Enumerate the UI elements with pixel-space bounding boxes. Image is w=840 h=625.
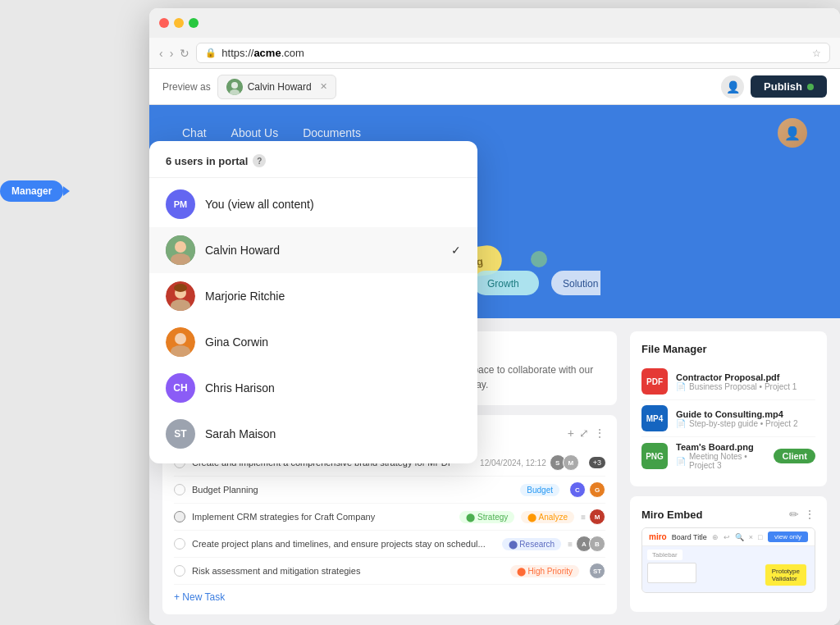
file-name: Team's Board.png [676, 442, 765, 452]
table-row: Risk assessment and mitigation strategie… [174, 558, 605, 585]
url-text: https://acme.com [221, 47, 304, 59]
browser-window: ‹ › ↻ 🔒 https://acme.com ☆ Preview as Ca… [149, 8, 840, 625]
task-tag-strategy: ⬤ Strategy [459, 511, 514, 523]
dropdown-item-gina[interactable]: Gina Corwin [149, 319, 477, 365]
assignee-avatar: ST [589, 563, 605, 579]
toolbar: Preview as Calvin Howard ✕ 👤 Publish [149, 69, 840, 105]
account-icon[interactable]: 👤 [721, 75, 744, 98]
task-expand-icon[interactable]: ⤢ [579, 427, 589, 440]
user-name-calvin: Calvin Howard [205, 244, 441, 257]
back-button[interactable]: ‹ [159, 47, 163, 60]
help-icon[interactable]: ? [253, 154, 266, 167]
file-meta-text: Step-by-step guide • Project 2 [689, 419, 797, 428]
file-info: Team's Board.png 📄 Meeting Notes • Proje… [676, 442, 765, 470]
task-name: Risk assessment and mitigation strategie… [192, 566, 504, 576]
assignee-avatar: M [563, 454, 579, 471]
file-name: Guide to Consulting.mp4 [676, 409, 815, 419]
miro-label: Tablebar [647, 550, 682, 560]
publish-button[interactable]: Publish [751, 75, 827, 98]
hero-user-avatar[interactable]: 👤 [778, 118, 807, 148]
svg-point-22 [531, 251, 547, 267]
close-button[interactable] [159, 18, 169, 28]
file-meta-text: Business Proposal • Project 1 [689, 382, 797, 391]
client-badge: Client [774, 449, 815, 463]
new-task-button[interactable]: + New Task [174, 591, 605, 603]
avatar-sarah: ST [166, 419, 195, 449]
miro-board-title: Board Title [672, 533, 707, 541]
file-doc-icon: 📄 [676, 419, 686, 428]
dropdown-item-you[interactable]: PM You (view all content) [149, 181, 477, 227]
task-checkbox[interactable] [174, 484, 185, 495]
mp4-icon: MP4 [641, 405, 668, 431]
svg-text:Solution: Solution [563, 278, 598, 290]
publish-status-dot [807, 84, 814, 90]
miro-more-icon[interactable]: ⋮ [804, 508, 815, 521]
address-bar: ‹ › ↻ 🔒 https://acme.com ☆ [149, 38, 840, 69]
avatar-you: PM [166, 189, 195, 219]
assignee-count: +3 [589, 457, 605, 468]
refresh-button[interactable]: ↻ [180, 47, 189, 60]
svg-text:Growth: Growth [487, 278, 519, 290]
file-manager-card: File Manager PDF Contractor Proposal.pdf… [630, 331, 827, 486]
dropdown-item-sarah[interactable]: ST Sarah Maison [149, 411, 477, 457]
miro-header: Miro Embed ✏ ⋮ [641, 508, 815, 521]
user-name-gina: Gina Corwin [205, 335, 461, 349]
file-name: Contractor Proposal.pdf [676, 372, 815, 382]
user-dropdown: 6 users in portal ? PM You (view all con… [149, 141, 477, 463]
user-selector[interactable]: Calvin Howard ✕ [217, 75, 336, 99]
task-checkbox[interactable] [174, 538, 185, 550]
miro-card: Miro Embed ✏ ⋮ miro Board Title ⊕ ↩ 🔍 [630, 496, 827, 612]
png-icon: PNG [641, 443, 668, 469]
bookmark-icon: ☆ [812, 48, 821, 59]
avatar-chris: CH [166, 373, 195, 403]
svg-point-1 [231, 82, 238, 89]
table-row: Create project plans and timelines, and … [174, 531, 605, 558]
check-icon: ✓ [451, 244, 461, 257]
miro-logo: miro [649, 532, 667, 541]
miro-element [647, 563, 696, 583]
svg-point-11 [175, 333, 186, 344]
list-item: MP4 Guide to Consulting.mp4 📄 Step-by-st… [641, 400, 815, 437]
avatar-marjorie [166, 281, 195, 311]
nav-documents[interactable]: Documents [303, 126, 361, 139]
user-selector-close[interactable]: ✕ [320, 81, 327, 92]
task-name: Create project plans and timelines, and … [192, 539, 495, 549]
url-bar[interactable]: 🔒 https://acme.com ☆ [196, 43, 830, 63]
table-row: Budget Planning Budget C G [174, 477, 605, 504]
dropdown-header-text: 6 users in portal [166, 155, 248, 167]
task-more-icon[interactable]: ⋮ [594, 427, 605, 440]
add-task-icon[interactable]: + [568, 427, 574, 440]
task-name: Implement CRM strategies for Craft Compa… [192, 512, 453, 522]
hero-avatar-img: 👤 [778, 118, 807, 148]
forward-button[interactable]: › [170, 47, 174, 60]
miro-canvas: Tablebar PrototypeValidator [642, 546, 815, 592]
file-info: Contractor Proposal.pdf 📄 Business Propo… [676, 372, 815, 391]
miro-toolbar: miro Board Title ⊕ ↩ 🔍 × □ view only [642, 528, 815, 546]
miro-title: Miro Embed [641, 509, 789, 521]
dropdown-item-calvin[interactable]: Calvin Howard ✓ [149, 227, 477, 273]
nav-chat[interactable]: Chat [182, 126, 207, 139]
pdf-icon: PDF [641, 368, 668, 395]
task-tag-budget: Budget [520, 484, 559, 496]
task-actions: + ⤢ ⋮ [568, 427, 605, 440]
miro-actions: ✏ ⋮ [789, 508, 815, 521]
svg-point-4 [175, 241, 186, 253]
file-info: Guide to Consulting.mp4 📄 Step-by-step g… [676, 409, 815, 428]
miro-edit-icon[interactable]: ✏ [789, 508, 799, 521]
file-doc-icon: 📄 [676, 457, 686, 466]
maximize-button[interactable] [189, 18, 199, 28]
file-meta: 📄 Business Proposal • Project 1 [676, 382, 815, 391]
dropdown-header: 6 users in portal ? [149, 154, 477, 178]
nav-about[interactable]: About Us [231, 126, 279, 139]
user-name-sarah: Sarah Maison [205, 427, 461, 440]
minimize-button[interactable] [174, 18, 184, 28]
task-checkbox-done[interactable] [174, 511, 185, 522]
file-meta: 📄 Step-by-step guide • Project 2 [676, 419, 815, 428]
user-selector-avatar [226, 79, 243, 95]
dropdown-item-chris[interactable]: CH Chris Harison [149, 365, 477, 411]
task-checkbox[interactable] [174, 565, 185, 577]
dropdown-item-marjorie[interactable]: Marjorie Ritchie [149, 273, 477, 319]
assignee-avatar: G [589, 481, 605, 498]
lock-icon: 🔒 [205, 48, 217, 58]
list-item: PDF Contractor Proposal.pdf 📄 Business P… [641, 363, 815, 400]
